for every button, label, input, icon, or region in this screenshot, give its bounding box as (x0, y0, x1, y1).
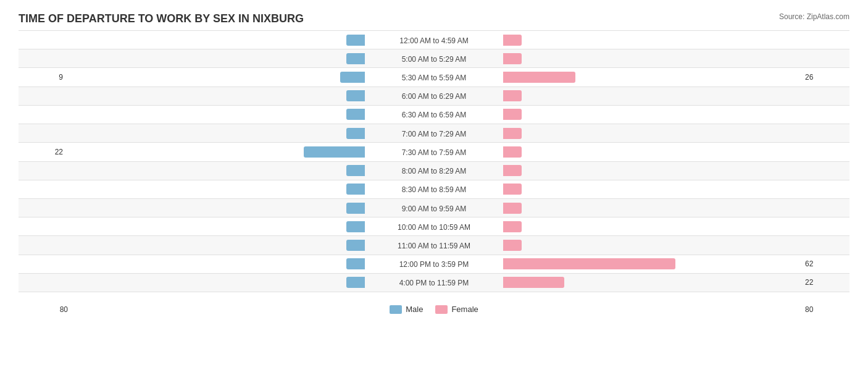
table-row: 5:00 AM to 5:29 AM (19, 49, 849, 67)
male-bar-container (119, 35, 366, 46)
bars-wrapper: 7:00 AM to 7:29 AM (68, 128, 800, 139)
time-label: 7:30 AM to 7:59 AM (397, 147, 472, 158)
female-bar (503, 90, 522, 101)
male-bar (346, 90, 365, 101)
female-bar (503, 128, 522, 139)
male-bar-container (119, 203, 366, 214)
male-bar (346, 35, 365, 46)
legend: Male Female (390, 305, 478, 314)
female-bar-container (502, 258, 749, 269)
male-bar (346, 109, 365, 120)
bar-section: 5:30 AM to 5:59 AM (68, 72, 800, 83)
male-bar (340, 72, 365, 83)
bar-section: 5:00 AM to 5:29 AM (68, 53, 800, 64)
label-box: 8:00 AM to 8:29 AM (366, 165, 502, 176)
female-bar-container (502, 128, 749, 139)
female-bar (503, 72, 575, 83)
bar-section: 9:00 AM to 9:59 AM (68, 203, 800, 214)
time-label: 8:30 AM to 8:59 AM (397, 184, 472, 195)
male-bar (346, 277, 365, 288)
bar-section: 8:00 AM to 8:29 AM (68, 165, 800, 176)
time-label: 6:30 AM to 6:59 AM (397, 109, 472, 120)
bottom-section: 80 Male Female 80 (19, 302, 849, 317)
female-bar-container (502, 221, 749, 232)
bars-wrapper: 11:00 AM to 11:59 AM (68, 240, 800, 251)
male-label: Male (406, 305, 423, 314)
bar-section: 6:30 AM to 6:59 AM (68, 109, 800, 120)
time-label: 4:00 PM to 11:59 PM (394, 277, 474, 289)
female-bar-container (502, 90, 749, 101)
female-bar (503, 146, 522, 158)
table-row: 12:00 PM to 3:59 PM 62 (19, 255, 849, 273)
male-bar (346, 128, 365, 139)
label-box: 5:30 AM to 5:59 AM (366, 72, 502, 83)
female-bar (503, 109, 522, 120)
female-bar-container (502, 53, 749, 64)
bars-wrapper: 6:30 AM to 6:59 AM (68, 109, 800, 120)
time-label: 12:00 PM to 3:59 PM (394, 259, 474, 270)
male-value: 22 (19, 148, 68, 156)
time-label: 11:00 AM to 11:59 AM (393, 240, 475, 251)
bar-section: 8:30 AM to 8:59 AM (68, 184, 800, 195)
time-label: 5:00 AM to 5:29 AM (397, 54, 472, 65)
bars-wrapper: 12:00 PM to 3:59 PM (68, 258, 800, 269)
male-bar (346, 258, 365, 269)
label-box: 10:00 AM to 10:59 AM (366, 221, 502, 232)
female-value: 62 (800, 259, 849, 268)
chart-area: 12:00 AM to 4:59 AM 5:00 AM to 5:29 AM (19, 30, 849, 317)
bars-wrapper: 8:00 AM to 8:29 AM (68, 165, 800, 176)
female-bar-container (502, 184, 749, 195)
table-row: 12:00 AM to 4:59 AM (19, 30, 849, 49)
male-bar (346, 240, 365, 251)
bar-section: 7:00 AM to 7:29 AM (68, 128, 800, 139)
male-bar (304, 146, 365, 158)
female-bar-container (502, 165, 749, 176)
bars-wrapper: 9:00 AM to 9:59 AM (68, 203, 800, 214)
female-label: Female (451, 305, 478, 314)
table-row: 10:00 AM to 10:59 AM (19, 217, 849, 235)
table-row: 6:30 AM to 6:59 AM (19, 105, 849, 124)
label-box: 7:30 AM to 7:59 AM (366, 146, 502, 158)
bar-section: 4:00 PM to 11:59 PM (68, 277, 800, 288)
female-bar-container (502, 146, 749, 158)
bar-section: 12:00 AM to 4:59 AM (68, 35, 800, 46)
legend-item-male: Male (390, 305, 423, 314)
female-value: 26 (800, 73, 849, 82)
axis-label-left: 80 (19, 305, 68, 314)
label-box: 7:00 AM to 7:29 AM (366, 128, 502, 139)
bar-section: 10:00 AM to 10:59 AM (68, 221, 800, 232)
male-bar-container (119, 109, 366, 120)
male-bar (346, 203, 365, 214)
bars-wrapper: 5:30 AM to 5:59 AM (68, 72, 800, 83)
label-box: 9:00 AM to 9:59 AM (366, 203, 502, 214)
label-box: 4:00 PM to 11:59 PM (366, 277, 502, 288)
bars-wrapper: 6:00 AM to 6:29 AM (68, 90, 800, 101)
table-row: 9 5:30 AM to 5:59 AM 26 (19, 67, 849, 86)
table-row: 7:00 AM to 7:29 AM (19, 124, 849, 142)
bar-section: 12:00 PM to 3:59 PM (68, 258, 800, 269)
rows-container: 12:00 AM to 4:59 AM 5:00 AM to 5:29 AM (19, 30, 849, 292)
bars-wrapper: 7:30 AM to 7:59 AM (68, 146, 800, 158)
bars-wrapper: 4:00 PM to 11:59 PM (68, 277, 800, 288)
table-row: 22 7:30 AM to 7:59 AM (19, 142, 849, 161)
legend-item-female: Female (435, 305, 478, 314)
male-bar-container (119, 221, 366, 232)
label-box: 11:00 AM to 11:59 AM (366, 240, 502, 251)
time-label: 8:00 AM to 8:29 AM (397, 166, 472, 177)
male-bar-container (119, 128, 366, 139)
female-bar-container (502, 72, 749, 83)
time-label: 12:00 AM to 4:59 AM (394, 35, 473, 46)
female-bar (503, 258, 675, 269)
time-label: 9:00 AM to 9:59 AM (397, 203, 472, 214)
female-bar-container (502, 240, 749, 251)
bars-wrapper: 12:00 AM to 4:59 AM (68, 35, 800, 46)
female-bar (503, 240, 522, 251)
bar-section: 7:30 AM to 7:59 AM (68, 146, 800, 158)
male-bar (346, 184, 365, 195)
table-row: 8:00 AM to 8:29 AM (19, 161, 849, 180)
male-bar (346, 221, 365, 232)
bar-section: 11:00 AM to 11:59 AM (68, 240, 800, 251)
female-bar (503, 277, 564, 288)
label-box: 6:30 AM to 6:59 AM (366, 109, 502, 120)
female-bar (503, 35, 522, 46)
